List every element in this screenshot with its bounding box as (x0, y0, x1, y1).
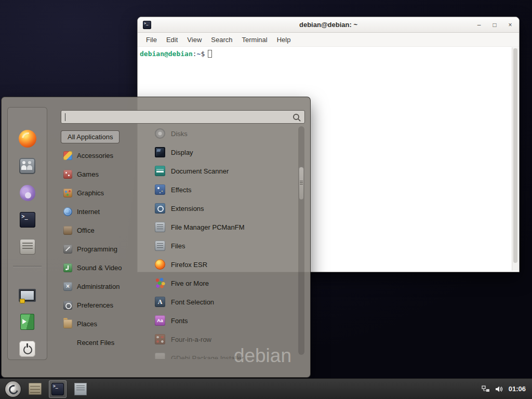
search-icon (293, 114, 299, 120)
minimize-button[interactable]: – (475, 17, 483, 33)
menu-button[interactable] (5, 381, 21, 397)
app-item[interactable]: Disks (151, 124, 297, 143)
category-label: Office (77, 227, 95, 234)
category-icon (63, 338, 72, 347)
volume-icon[interactable] (495, 385, 503, 393)
category-label: Programming (77, 245, 117, 253)
terminal-icon (20, 212, 35, 228)
category-item[interactable]: Office (61, 221, 145, 240)
category-list: All Applications Accessories Games Graph… (61, 127, 145, 352)
menu-scrollbar[interactable] (298, 126, 304, 355)
app-item[interactable]: Display (151, 143, 297, 162)
network-icon[interactable] (482, 385, 490, 393)
disks-icon (155, 128, 165, 139)
taskbar-clock[interactable]: 01:06 (509, 385, 526, 393)
category-item[interactable]: All Applications (61, 130, 119, 143)
prompt-user: debian@debian (140, 50, 193, 58)
games-icon (63, 170, 72, 179)
app-label: Display (171, 149, 193, 156)
app-label: Effects (171, 186, 192, 194)
terminal-launcher[interactable] (49, 380, 66, 398)
file-cabinet-launcher[interactable] (26, 380, 44, 398)
app-item[interactable]: Font Selection (151, 292, 297, 311)
category-item[interactable]: Programming (61, 240, 145, 258)
sidebar-separator (13, 266, 42, 267)
category-label: Places (77, 320, 97, 328)
file-cabinet-icon (29, 383, 42, 395)
menubar-item[interactable]: Edit (162, 36, 182, 44)
menubar-item[interactable]: View (182, 36, 206, 44)
category-item[interactable]: Games (61, 165, 145, 183)
taskbar: 01:06 (0, 378, 532, 399)
menubar-item[interactable]: File (141, 36, 162, 44)
category-item[interactable]: Preferences (61, 296, 145, 314)
firefox-icon (19, 130, 36, 148)
session-buttons (8, 286, 47, 357)
app-item[interactable]: Extensions (151, 199, 297, 218)
pidgin-favorite[interactable] (16, 184, 39, 202)
shutdown-button[interactable] (16, 340, 39, 357)
internet-icon (63, 207, 72, 216)
file-manager-launcher[interactable] (72, 380, 89, 398)
category-label: Recent Files (77, 339, 114, 347)
desktop[interactable]: debian@debian: ~ – □ × File Edit View Se… (0, 0, 532, 399)
prompt-separator: : (193, 50, 197, 58)
app-item[interactable]: Five or More (151, 274, 297, 292)
app-item[interactable]: Files (151, 236, 297, 255)
maximize-button[interactable]: □ (491, 17, 498, 33)
pcmanfm-icon (74, 383, 87, 395)
preferences-icon (63, 301, 72, 310)
app-item[interactable]: Four-in-a-row (151, 330, 297, 349)
file-manager-icon (20, 239, 35, 255)
application-menu: All Applications Accessories Games Graph… (1, 97, 311, 378)
pcmanfm-icon (155, 222, 165, 232)
category-item[interactable]: Accessories (61, 146, 145, 165)
app-label: Fonts (171, 317, 188, 325)
menubar-item[interactable]: Help (272, 36, 296, 44)
app-item[interactable]: Firefox ESR (151, 255, 297, 274)
search-box (61, 110, 305, 124)
category-item[interactable]: Sound & Video (61, 258, 145, 277)
category-item[interactable]: Administration (61, 277, 145, 296)
effects-icon (155, 184, 165, 195)
app-item[interactable]: Fonts (151, 311, 297, 330)
app-item[interactable]: GDebi Package Installer (151, 349, 297, 359)
file-manager-favorite[interactable] (16, 238, 39, 256)
terminal-favorite[interactable] (16, 211, 39, 229)
app-item[interactable]: File Manager PCManFM (151, 218, 297, 236)
app-label: Five or More (171, 280, 209, 287)
administration-icon (63, 282, 72, 291)
app-label: Document Scanner (171, 167, 229, 175)
close-button[interactable]: × (507, 17, 514, 33)
category-item[interactable]: Recent Files (61, 333, 145, 352)
category-item[interactable]: Places (61, 314, 145, 333)
terminal-scrollbar-thumb[interactable] (513, 48, 517, 263)
firefox-favorite[interactable] (16, 130, 39, 148)
lock-screen-button[interactable] (16, 286, 39, 303)
favorites-sidebar (7, 107, 47, 360)
menubar-item[interactable]: Search (206, 36, 237, 44)
terminal-scrollbar[interactable] (512, 47, 518, 271)
text-caret (65, 113, 65, 121)
users-favorite[interactable] (16, 157, 39, 175)
window-title: debian@debian: ~ (138, 21, 519, 29)
app-label: Disks (171, 130, 188, 138)
app-item[interactable]: Document Scanner (151, 162, 297, 180)
app-label: File Manager PCManFM (171, 223, 245, 231)
menu-scrollbar-thumb[interactable] (299, 167, 304, 200)
four-in-a-row-icon (155, 334, 165, 344)
category-item[interactable]: Internet (61, 202, 145, 221)
users-icon (19, 158, 35, 174)
app-item[interactable]: Effects (151, 180, 297, 199)
document-scanner-icon (155, 166, 165, 176)
category-label: Sound & Video (77, 264, 122, 272)
titlebar[interactable]: debian@debian: ~ – □ × (138, 17, 519, 33)
app-label: Four-in-a-row (171, 336, 211, 343)
logout-button[interactable] (16, 313, 39, 330)
menubar-item[interactable]: Terminal (237, 36, 272, 44)
category-item[interactable]: Graphics (61, 183, 145, 202)
search-input[interactable] (65, 111, 293, 123)
app-label: Firefox ESR (171, 261, 207, 269)
display-icon (155, 147, 165, 157)
accessories-icon (63, 151, 72, 160)
